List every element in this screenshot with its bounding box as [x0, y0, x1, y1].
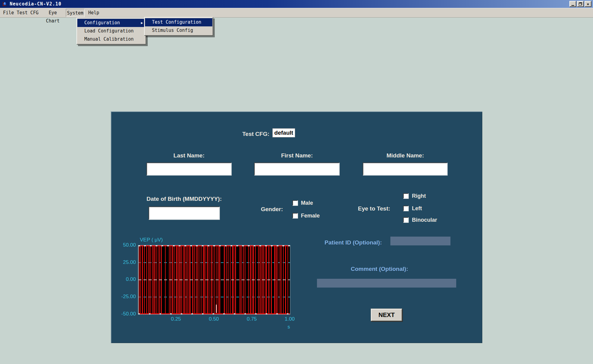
gender-label: Gender: — [261, 206, 283, 212]
comment-label: Comment (Optional): — [334, 266, 425, 272]
menu-item-configuration[interactable]: Configuration ▶ — [77, 19, 145, 27]
first-name-label: First Name: — [267, 153, 327, 159]
submenu-arrow-icon: ▶ — [141, 19, 143, 27]
comment-input[interactable] — [317, 279, 456, 288]
eye-to-test-label: Eye to Test: — [358, 206, 390, 212]
menu-file[interactable]: File — [2, 9, 15, 17]
eye-left-checkbox[interactable] — [403, 206, 409, 211]
y-tick-n25: -25.00 — [112, 294, 136, 300]
eye-right-checkbox[interactable] — [403, 193, 409, 199]
gender-female-label: Female — [301, 213, 320, 219]
patient-id-input[interactable] — [390, 237, 450, 245]
menu-item-stimulus-config[interactable]: Stimulus Config — [145, 26, 212, 35]
close-icon: × — [587, 2, 589, 6]
menu-item-load-configuration[interactable]: Load Configuration — [77, 27, 145, 35]
configuration-submenu-popup: Test Configuration Stimulus Config — [144, 17, 213, 36]
middle-name-label: Middle Name: — [375, 153, 436, 159]
eye-binocular-checkbox[interactable] — [403, 217, 409, 223]
y-tick-n50: -50.00 — [112, 311, 136, 317]
vep-plot-svg — [138, 245, 290, 314]
eye-right-label: Right — [412, 193, 426, 199]
first-name-input[interactable] — [254, 163, 339, 175]
menu-help[interactable]: Help — [87, 9, 100, 17]
patient-id-label: Patient ID (Optional): — [291, 240, 382, 246]
restore-button[interactable] — [577, 1, 584, 7]
y-tick-50: 50.00 — [112, 242, 136, 248]
gender-male-checkbox[interactable] — [292, 200, 298, 206]
test-cfg-label: Test CFG: — [208, 130, 269, 138]
test-cfg-value[interactable]: default — [272, 128, 295, 137]
vep-plot — [138, 245, 290, 315]
x-tick-050: 0.50 — [202, 316, 226, 322]
menu-eye-chart[interactable]: Eye Chart — [41, 9, 65, 17]
x-tick-100: 1.00 — [278, 316, 302, 322]
application-window: Neucodia-CN-V2.10 × File Test CFG Eye Ch… — [0, 0, 593, 364]
x-tick-075: 0.75 — [240, 316, 264, 322]
x-axis-unit: s — [288, 324, 290, 330]
last-name-input[interactable] — [147, 163, 231, 175]
menu-item-test-configuration[interactable]: Test Configuration — [145, 18, 212, 26]
menu-system[interactable]: System — [66, 9, 85, 17]
y-tick-25: 25.00 — [112, 259, 136, 265]
menu-bar: File Test CFG Eye Chart System Help — [0, 8, 593, 18]
x-tick-025: 0.25 — [164, 316, 188, 322]
window-title: Neucodia-CN-V2.10 — [10, 0, 62, 8]
gender-female-checkbox[interactable] — [292, 213, 298, 218]
eye-binocular-label: Binocular — [412, 217, 437, 223]
y-tick-0: 0.00 — [112, 276, 136, 282]
eye-left-label: Left — [412, 205, 422, 211]
dob-label: Date of Birth (MMDDYYYY): — [139, 196, 230, 202]
middle-name-input[interactable] — [363, 163, 447, 175]
title-bar: Neucodia-CN-V2.10 × — [0, 0, 593, 8]
system-menu-popup: Configuration ▶ Load Configuration Manua… — [76, 18, 146, 45]
next-button[interactable]: NEXT — [371, 309, 402, 321]
gender-male-label: Male — [301, 200, 313, 206]
minimize-icon — [571, 5, 574, 6]
restore-icon — [579, 2, 582, 5]
app-logo-icon — [2, 1, 8, 7]
patient-info-panel: Test CFG: default Last Name: First Name:… — [111, 111, 482, 343]
minimize-button[interactable] — [569, 1, 576, 7]
dob-input[interactable] — [149, 207, 220, 220]
close-button[interactable]: × — [585, 1, 591, 7]
vep-chart-title: VEP ( μV) — [140, 237, 163, 243]
menu-item-manual-calibration[interactable]: Manual Calibration — [77, 35, 145, 43]
menu-test-cfg[interactable]: Test CFG — [16, 9, 39, 17]
last-name-label: Last Name: — [159, 153, 219, 159]
